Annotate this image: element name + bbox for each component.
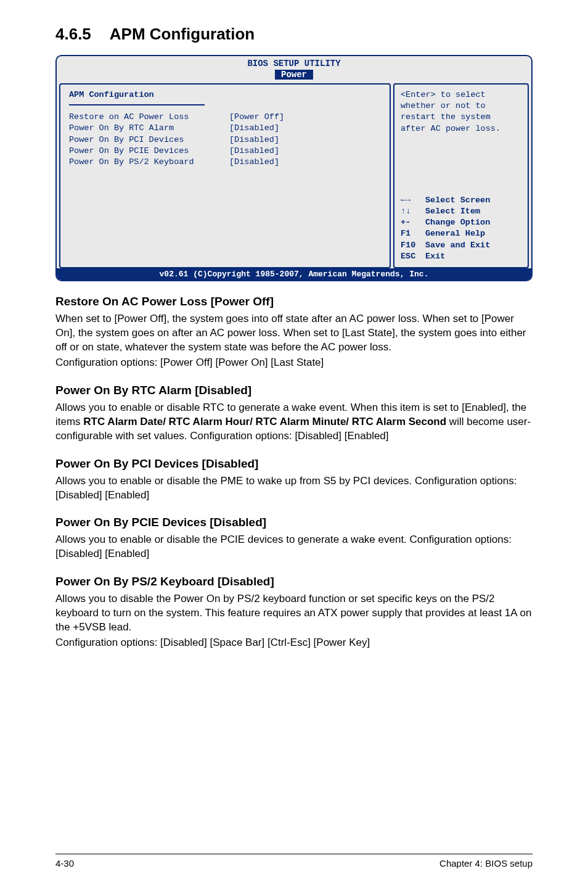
section-number: 4.6.5 <box>55 25 91 44</box>
nav-label: Change Option <box>425 217 490 228</box>
cfg-row: Power On By PS/2 Keyboard [Disabled] <box>69 157 381 168</box>
bios-screenshot: BIOS SETUP UTILITY Power APM Configurati… <box>55 55 533 281</box>
cfg-label: Power On By PCI Devices <box>69 134 229 146</box>
bios-left-pane: APM Configuration Restore on AC Power Lo… <box>59 83 391 268</box>
help-line: whether or not to <box>401 101 521 112</box>
body-text: When set to [Power Off], the system goes… <box>55 312 533 355</box>
nav-label: General Help <box>425 228 485 239</box>
body-text: Configuration options: [Disabled] [Space… <box>55 636 533 650</box>
body-text: Allows you to enable or disable the PCIE… <box>55 533 533 561</box>
body-text: Allows you to enable or disable RTC to g… <box>55 401 533 444</box>
cfg-value: [Disabled] <box>229 146 279 157</box>
subheading-pcie: Power On By PCIE Devices [Disabled] <box>55 516 533 529</box>
bios-help-text: <Enter> to select whether or not to rest… <box>401 89 521 134</box>
subheading-restore-ac: Restore On AC Power Loss [Power Off] <box>55 295 533 308</box>
divider <box>69 104 205 105</box>
bios-footer: v02.61 (C)Copyright 1985-2007, American … <box>57 268 531 280</box>
cfg-row: Power On By PCIE Devices [Disabled] <box>69 146 381 157</box>
nav-key-f10: F10 <box>401 240 425 251</box>
cfg-label: Power On By PCIE Devices <box>69 146 229 157</box>
cfg-label: Restore on AC Power Loss <box>69 112 229 123</box>
subheading-rtc-alarm: Power On By RTC Alarm [Disabled] <box>55 384 533 397</box>
nav-key-plusminus: +- <box>401 217 425 228</box>
nav-key-arrows-lr-icon: ←→ <box>401 195 425 206</box>
nav-label: Select Screen <box>425 195 490 206</box>
cfg-value: [Disabled] <box>229 123 279 134</box>
nav-label: Save and Exit <box>425 240 490 251</box>
body-text: Allows you to enable or disable the PME … <box>55 474 533 503</box>
nav-key-arrows-ud-icon: ↑↓ <box>401 206 425 217</box>
bios-nav-help: ←→Select Screen ↑↓Select Item +-Change O… <box>401 195 521 262</box>
cfg-row: Power On By RTC Alarm [Disabled] <box>69 123 381 134</box>
cfg-row: Restore on AC Power Loss [Power Off] <box>69 112 381 123</box>
nav-label: Exit <box>425 251 445 262</box>
help-line: after AC power loss. <box>401 123 521 134</box>
cfg-value: [Power Off] <box>229 112 284 123</box>
bios-right-pane: <Enter> to select whether or not to rest… <box>393 83 529 268</box>
nav-label: Select Item <box>425 206 480 217</box>
cfg-value: [Disabled] <box>229 157 279 168</box>
nav-key-esc: ESC <box>401 251 425 262</box>
body-text: Configuration options: [Power Off] [Powe… <box>55 356 533 370</box>
help-line: restart the system <box>401 112 521 123</box>
bios-tab-power: Power <box>275 70 313 80</box>
page-number: 4-30 <box>55 858 74 868</box>
nav-key-f1: F1 <box>401 228 425 239</box>
bios-titlebar: BIOS SETUP UTILITY Power <box>57 56 531 80</box>
subheading-ps2: Power On By PS/2 Keyboard [Disabled] <box>55 575 533 588</box>
section-title: APM Configuration <box>110 25 255 43</box>
cfg-row: Power On By PCI Devices [Disabled] <box>69 134 381 146</box>
cfg-label: Power On By PS/2 Keyboard <box>69 157 229 168</box>
chapter-label: Chapter 4: BIOS setup <box>439 858 533 868</box>
cfg-label: Power On By RTC Alarm <box>69 123 229 134</box>
help-line: <Enter> to select <box>401 89 521 101</box>
text-bold: RTC Alarm Date/ RTC Alarm Hour/ RTC Alar… <box>83 416 446 427</box>
subheading-pci: Power On By PCI Devices [Disabled] <box>55 457 533 471</box>
bios-panel-title: APM Configuration <box>69 89 381 101</box>
body-text: Allows you to disable the Power On by PS… <box>55 592 533 635</box>
section-heading: 4.6.5APM Configuration <box>55 25 533 44</box>
page-footer: 4-30 Chapter 4: BIOS setup <box>55 854 533 868</box>
bios-title: BIOS SETUP UTILITY <box>247 59 340 68</box>
cfg-value: [Disabled] <box>229 134 279 146</box>
